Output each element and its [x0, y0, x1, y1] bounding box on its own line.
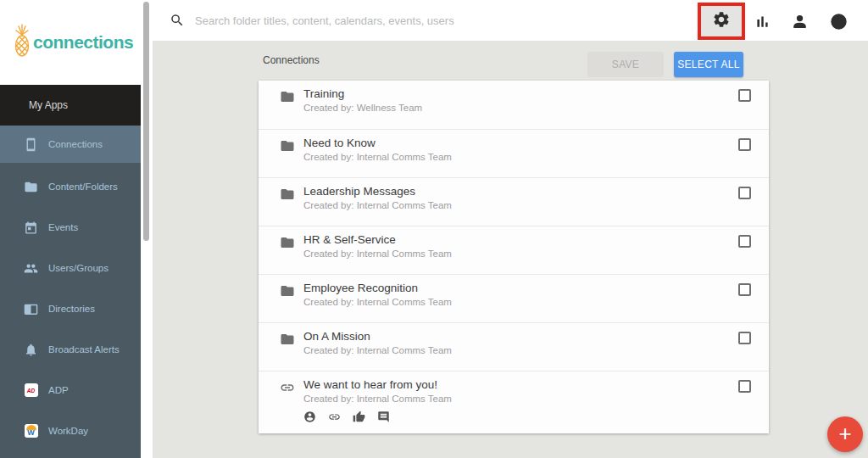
settings-highlight-box[interactable]: [698, 3, 745, 40]
folder-list-card: Training Created by: Wellness Team Need …: [259, 81, 769, 433]
logo-wordmark: connections: [33, 32, 133, 53]
sidebar-item-users-groups[interactable]: Users/Groups: [0, 248, 141, 288]
row-subtitle: Created by: Internal Comms Team: [303, 394, 452, 404]
sidebar-item-label: ADP: [48, 385, 69, 395]
list-item-training[interactable]: Training Created by: Wellness Team: [259, 81, 769, 129]
sidebar-item-connections[interactable]: Connections: [0, 126, 141, 163]
row-subtitle: Created by: Internal Comms Team: [303, 249, 452, 259]
row-title: Employee Recognition: [303, 282, 418, 294]
row-subtitle: Created by: Internal Comms Team: [303, 200, 452, 210]
sidebar-scrollbar-thumb[interactable]: [143, 2, 149, 241]
row-checkbox[interactable]: [738, 380, 751, 393]
row-checkbox[interactable]: [738, 332, 751, 344]
row-checkbox[interactable]: [738, 187, 751, 199]
smartphone-icon: [24, 137, 38, 152]
search-icon[interactable]: [170, 13, 185, 28]
bar-chart-icon[interactable]: [753, 12, 771, 31]
sidebar-item-label: Events: [48, 222, 78, 232]
row-checkbox[interactable]: [738, 138, 751, 151]
my-apps-label: My Apps: [29, 99, 68, 111]
sidebar-item-label: Connections: [48, 139, 103, 149]
people-icon: [24, 261, 38, 276]
folder-icon: [24, 180, 38, 194]
list-item-we-want-to-hear[interactable]: We want to hear from you! Created by: In…: [259, 371, 769, 433]
list-item-hr-self-service[interactable]: HR & Self-Service Created by: Internal C…: [259, 226, 769, 274]
list-item-on-a-mission[interactable]: On A Mission Created by: Internal Comms …: [259, 322, 769, 371]
folder-icon: [280, 138, 295, 154]
folder-icon: [280, 332, 295, 347]
bell-icon: [24, 343, 38, 357]
row-subtitle: Created by: Internal Comms Team: [303, 345, 452, 355]
sidebar-item-label: Content/Folders: [48, 182, 118, 192]
directory-icon: [24, 302, 38, 316]
row-subtitle: Created by: Internal Comms Team: [303, 152, 452, 162]
sidebar-item-events[interactable]: Events: [0, 207, 141, 248]
person-icon[interactable]: [790, 12, 809, 31]
row-title: HR & Self-Service: [303, 233, 396, 246]
add-fab-button[interactable]: +: [827, 416, 863, 452]
page-title: Connections: [263, 54, 320, 66]
content-area: Connections SAVE SELECT ALL Training Cre…: [153, 41, 868, 458]
settings-gear-icon[interactable]: [712, 10, 731, 32]
top-bar: ?: [153, 0, 868, 41]
link-icon: [280, 380, 295, 395]
sidebar-item-content-folders[interactable]: Content/Folders: [0, 166, 141, 207]
row-title: Leadership Messages: [303, 185, 415, 198]
row-title: We want to hear from you!: [303, 378, 437, 391]
list-item-leadership-messages[interactable]: Leadership Messages Created by: Internal…: [259, 177, 769, 226]
sidebar-item-workday[interactable]: W WorkDay: [0, 411, 141, 451]
adp-logo-icon: AD: [24, 383, 38, 398]
row-title: On A Mission: [303, 330, 370, 343]
help-icon[interactable]: ?: [829, 12, 848, 31]
sidebar-item-label: WorkDay: [48, 426, 88, 436]
sidebar-nav: Content/Folders Events Users/Groups Dire…: [0, 166, 141, 451]
row-title: Training: [303, 87, 344, 100]
svg-text:?: ?: [836, 16, 841, 26]
sidebar-item-directories[interactable]: Directories: [0, 288, 141, 329]
sidebar-item-label: Directories: [48, 304, 95, 314]
list-item-employee-recognition[interactable]: Employee Recognition Created by: Interna…: [259, 274, 769, 322]
folder-icon: [280, 283, 295, 299]
account-icon[interactable]: [303, 411, 316, 427]
list-item-need-to-know[interactable]: Need to Know Created by: Internal Comms …: [259, 129, 769, 177]
row-checkbox[interactable]: [738, 89, 751, 102]
row-subtitle: Created by: Wellness Team: [303, 103, 422, 113]
sidebar-item-label: Users/Groups: [48, 263, 108, 273]
link-icon[interactable]: [328, 411, 341, 427]
workday-logo-icon: W: [24, 424, 38, 438]
pineapple-logo-icon: [13, 24, 31, 61]
sidebar-item-broadcast-alerts[interactable]: Broadcast Alerts: [0, 329, 141, 370]
row-checkbox[interactable]: [738, 283, 751, 296]
folder-icon: [280, 235, 295, 250]
content-header: Connections SAVE SELECT ALL: [153, 41, 868, 81]
sidebar: connections My Apps Connections Content/…: [0, 0, 141, 458]
sidebar-scrollbar-track[interactable]: [141, 0, 153, 458]
plus-icon: +: [838, 422, 851, 444]
comment-icon[interactable]: [377, 411, 390, 427]
app-window: connections My Apps Connections Content/…: [0, 0, 868, 458]
folder-icon: [280, 89, 295, 104]
search-input[interactable]: [195, 8, 568, 32]
my-apps-header: My Apps: [0, 85, 141, 126]
row-action-icons: [303, 411, 390, 427]
row-subtitle: Created by: Internal Comms Team: [303, 297, 452, 307]
row-checkbox[interactable]: [738, 235, 751, 248]
save-button[interactable]: SAVE: [587, 52, 664, 77]
sidebar-item-label: Broadcast Alerts: [48, 344, 120, 355]
folder-icon: [280, 187, 295, 202]
select-all-button[interactable]: SELECT ALL: [674, 52, 743, 77]
thumbs-up-icon[interactable]: [353, 411, 365, 427]
calendar-icon: [24, 221, 38, 235]
row-title: Need to Know: [303, 137, 376, 149]
app-logo[interactable]: connections: [0, 0, 141, 85]
sidebar-item-adp[interactable]: AD ADP: [0, 370, 141, 411]
main-area: ? Connections SAVE SELECT ALL Training C…: [153, 0, 868, 458]
